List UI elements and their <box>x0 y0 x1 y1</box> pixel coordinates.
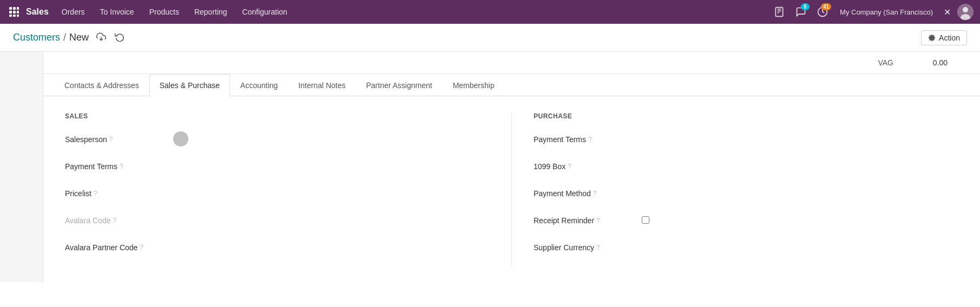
navbar-item-products[interactable]: Products <box>143 0 186 24</box>
payment-method-row: Payment Method ? <box>534 185 958 202</box>
breadcrumb-separator: / <box>63 32 66 43</box>
svg-rect-2 <box>17 7 19 10</box>
chat-badge: 6 <box>801 3 810 10</box>
page-layout: VAG 0.00 Contacts & Addresses Sales & Pu… <box>0 52 980 282</box>
navbar-item-configuration[interactable]: Configuration <box>236 0 294 24</box>
salesperson-row: Salesperson ? <box>65 131 490 148</box>
avalara-partner-code-help-icon[interactable]: ? <box>140 244 143 251</box>
user-avatar[interactable] <box>957 4 974 20</box>
navbar-brand[interactable]: Sales <box>26 7 49 17</box>
svg-rect-5 <box>17 11 19 14</box>
action-button[interactable]: Action <box>921 30 967 45</box>
avalara-code-row: Avalara Code ? <box>65 212 490 229</box>
breadcrumb-parent[interactable]: Customers <box>13 32 60 43</box>
purchase-section: PURCHASE Payment Terms ? 1099 Box ? <box>511 112 958 266</box>
tab-sales-purchase[interactable]: Sales & Purchase <box>149 74 230 96</box>
chat-icon-btn[interactable]: 6 <box>792 3 810 21</box>
purchase-payment-terms-help-icon[interactable]: ? <box>588 136 592 143</box>
grid-icon[interactable] <box>6 4 22 19</box>
purchase-payment-terms-row: Payment Terms ? <box>534 131 958 148</box>
payment-method-help-icon[interactable]: ? <box>593 190 597 197</box>
breadcrumb-icons <box>94 31 127 45</box>
salesperson-value[interactable] <box>173 131 490 148</box>
save-cloud-icon[interactable] <box>94 31 108 45</box>
avalara-partner-code-label: Avalara Partner Code ? <box>65 243 173 252</box>
company-name[interactable]: My Company (San Francisco) <box>836 8 937 16</box>
tab-accounting[interactable]: Accounting <box>230 74 288 96</box>
receipt-reminder-help-icon[interactable]: ? <box>596 217 600 224</box>
svg-rect-4 <box>13 11 16 14</box>
pricelist-label: Pricelist ? <box>65 189 173 198</box>
receipt-reminder-label: Receipt Reminder ? <box>534 216 642 225</box>
1099-box-label: 1099 Box ? <box>534 162 642 171</box>
receipt-reminder-value <box>642 216 958 225</box>
navbar-right: 6 41 My Company (San Francisco) ✕ <box>771 3 974 21</box>
payment-method-label: Payment Method ? <box>534 189 642 198</box>
supplier-currency-label: Supplier Currency ? <box>534 243 642 252</box>
navbar-item-reporting[interactable]: Reporting <box>188 0 234 24</box>
purchase-payment-terms-label: Payment Terms ? <box>534 135 642 144</box>
svg-rect-3 <box>9 11 12 14</box>
tab-internal-notes[interactable]: Internal Notes <box>288 74 356 96</box>
breadcrumb-bar: Customers / New Action <box>0 24 980 52</box>
sales-section-title: SALES <box>65 112 490 120</box>
navbar-item-orders[interactable]: Orders <box>55 0 91 24</box>
avalara-code-help-icon[interactable]: ? <box>113 217 117 224</box>
breadcrumb-current: New <box>69 32 89 43</box>
payment-terms-label: Payment Terms ? <box>65 162 173 171</box>
salesperson-help-icon[interactable]: ? <box>109 136 113 143</box>
sales-section: SALES Salesperson ? Payment Terms ? <box>65 112 511 266</box>
1099-box-row: 1099 Box ? <box>534 158 958 175</box>
vag-value: 0.00 <box>915 58 948 67</box>
svg-rect-7 <box>13 15 16 17</box>
tab-contacts[interactable]: Contacts & Addresses <box>54 74 149 96</box>
svg-rect-1 <box>13 7 16 10</box>
main-content: VAG 0.00 Contacts & Addresses Sales & Pu… <box>43 52 980 282</box>
avalara-partner-code-row: Avalara Partner Code ? <box>65 239 490 256</box>
svg-point-15 <box>963 7 968 12</box>
action-label: Action <box>939 34 960 42</box>
payment-terms-row: Payment Terms ? <box>65 158 490 175</box>
activity-icon-btn[interactable]: 41 <box>814 3 831 21</box>
pricelist-row: Pricelist ? <box>65 185 490 202</box>
tab-partner-assignment[interactable]: Partner Assignment <box>356 74 443 96</box>
avalara-code-label: Avalara Code ? <box>65 216 173 225</box>
svg-rect-6 <box>9 15 12 17</box>
receipt-reminder-checkbox[interactable] <box>642 216 649 224</box>
vag-row: VAG 0.00 <box>43 52 980 74</box>
svg-rect-0 <box>9 7 12 10</box>
payment-terms-help-icon[interactable]: ? <box>120 163 123 170</box>
navbar: Sales Orders To Invoice Products Reporti… <box>0 0 980 24</box>
vag-label: VAG <box>878 58 893 67</box>
navbar-item-to-invoice[interactable]: To Invoice <box>94 0 141 24</box>
gear-icon <box>928 34 936 42</box>
purchase-section-title: PURCHASE <box>534 112 958 120</box>
supplier-currency-help-icon[interactable]: ? <box>596 244 600 251</box>
tabs-container: Contacts & Addresses Sales & Purchase Ac… <box>43 74 980 96</box>
tab-membership[interactable]: Membership <box>443 74 505 96</box>
salesperson-label: Salesperson ? <box>65 135 173 144</box>
sidebar <box>0 52 43 282</box>
pricelist-help-icon[interactable]: ? <box>94 190 97 197</box>
form-content: SALES Salesperson ? Payment Terms ? <box>43 96 980 282</box>
discard-icon[interactable] <box>113 31 127 45</box>
1099-box-help-icon[interactable]: ? <box>568 163 571 170</box>
receipt-reminder-row: Receipt Reminder ? <box>534 212 958 229</box>
settings-icon[interactable]: ✕ <box>942 7 953 17</box>
salesperson-avatar <box>173 131 188 146</box>
activity-badge: 41 <box>821 3 831 10</box>
supplier-currency-row: Supplier Currency ? <box>534 239 958 256</box>
svg-rect-8 <box>17 15 19 17</box>
phone-icon-btn[interactable] <box>771 3 788 21</box>
